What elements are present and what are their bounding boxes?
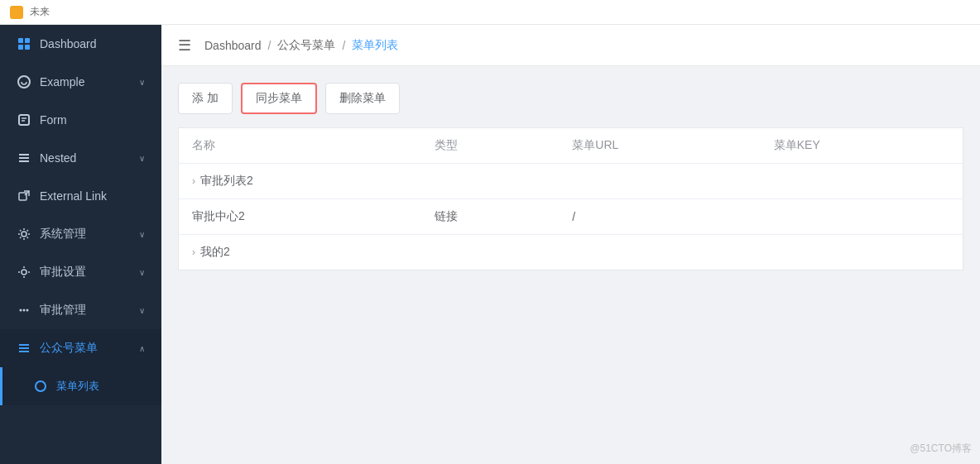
svg-point-15 [20,309,22,312]
sidebar-item-example[interactable]: Example ∨ [0,63,161,101]
svg-rect-3 [25,45,30,50]
wechat-menu-icon [17,341,31,356]
cell-url-1: / [559,199,760,235]
sidebar-item-approval-manage[interactable]: 审批管理 ∨ [0,291,161,329]
breadcrumb-item-dashboard[interactable]: Dashboard [204,39,262,52]
logo-icon [10,6,23,19]
sync-button[interactable]: 同步菜单 [241,83,317,114]
svg-point-16 [23,309,26,312]
expand-icon[interactable]: › [192,175,195,187]
cell-url-0 [559,164,760,199]
chevron-wechat-menu: ∧ [139,344,145,353]
sidebar-label-approval-settings: 审批设置 [40,265,139,280]
content-area: ☰ Dashboard / 公众号菜单 / 菜单列表 添 加 同步菜单 删除菜单 [161,25,980,464]
sidebar-label-dashboard: Dashboard [40,37,145,50]
svg-point-17 [26,309,29,312]
approval-settings-icon [17,265,31,280]
cell-type-0 [421,164,559,199]
nested-icon [17,151,31,165]
cell-name-1: 审批中心2 [179,199,422,235]
chevron-example: ∨ [139,78,145,87]
top-bar-label: 未来 [30,5,50,19]
header-bar: ☰ Dashboard / 公众号菜单 / 菜单列表 [161,25,980,66]
sidebar-label-system: 系统管理 [40,227,139,242]
form-icon [17,112,31,127]
sidebar-item-nested[interactable]: Nested ∨ [0,139,161,177]
sidebar-item-wechat-menu[interactable]: 公众号菜单 ∧ [0,329,161,367]
chevron-approval-manage: ∨ [139,306,145,315]
sidebar-label-example: Example [40,75,139,88]
expand-icon[interactable]: › [192,246,195,258]
table-row: ›审批列表2 [179,164,963,199]
cell-name-text-1: 审批中心2 [192,209,245,222]
cell-type-1: 链接 [421,199,559,235]
sidebar-item-external-link[interactable]: External Link [0,177,161,215]
svg-point-14 [22,270,26,275]
data-table: 名称 类型 菜单URL 菜单KEY ›审批列表2审批中心2链接/›我的2 [178,127,963,270]
sidebar-item-dashboard[interactable]: Dashboard [0,25,161,63]
chevron-nested: ∨ [139,154,145,163]
cell-name-0: ›审批列表2 [179,164,422,199]
sidebar-label-wechat-menu: 公众号菜单 [40,341,139,356]
breadcrumb-item-wechat-menu[interactable]: 公众号菜单 [277,38,335,53]
sidebar-item-system[interactable]: 系统管理 ∨ [0,215,161,253]
breadcrumb-separator-2: / [342,39,345,52]
col-header-url: 菜单URL [559,128,760,164]
sidebar-submenu-item-menu-list[interactable]: 菜单列表 [0,367,161,405]
sidebar-label-external-link: External Link [40,189,145,203]
dashboard-icon [17,36,31,51]
table-row: ›我的2 [179,235,963,270]
cell-type-2 [421,235,559,270]
chevron-approval-settings: ∨ [139,268,145,277]
sidebar-item-approval-settings[interactable]: 审批设置 ∨ [0,253,161,291]
breadcrumb-separator-1: / [268,39,271,52]
svg-point-4 [18,76,30,88]
delete-button[interactable]: 删除菜单 [325,83,400,114]
svg-point-21 [36,381,46,391]
sidebar-submenu-wechat-menu: 菜单列表 [0,367,161,405]
col-header-name: 名称 [179,128,422,164]
page-content: 添 加 同步菜单 删除菜单 名称 类型 菜单URL 菜单KEY ›审批列表2审批… [161,66,980,464]
table-row: 审批中心2链接/ [179,199,963,235]
cell-key-0 [761,164,963,199]
svg-point-13 [22,232,26,237]
cell-name-text-2: 我的2 [200,245,230,258]
menu-list-icon [33,379,48,394]
hamburger-icon[interactable]: ☰ [178,36,191,55]
cell-name-text-0: 审批列表2 [200,174,253,187]
top-bar: 未来 [0,0,980,25]
approval-manage-icon [17,303,31,318]
sidebar-label-menu-list: 菜单列表 [56,379,145,394]
footer-watermark: @51CTO搏客 [910,442,972,456]
action-bar: 添 加 同步菜单 删除菜单 [178,83,963,114]
sidebar-label-form: Form [40,113,145,127]
sidebar-label-approval-manage: 审批管理 [40,303,139,318]
system-icon [17,227,31,242]
cell-url-2 [559,235,760,270]
breadcrumb-item-current: 菜单列表 [352,38,398,53]
cell-name-2: ›我的2 [179,235,422,270]
external-link-icon [17,189,31,203]
main-layout: Dashboard Example ∨ Form Nested ∨ [0,25,980,464]
svg-rect-5 [19,115,29,125]
svg-rect-1 [25,38,30,43]
add-button[interactable]: 添 加 [178,83,233,114]
example-icon [17,74,31,89]
sidebar: Dashboard Example ∨ Form Nested ∨ [0,25,161,464]
svg-rect-0 [18,38,23,43]
cell-key-1 [761,199,963,235]
sidebar-label-nested: Nested [40,151,139,165]
col-header-key: 菜单KEY [761,128,963,164]
svg-rect-2 [18,45,23,50]
sidebar-item-form[interactable]: Form [0,101,161,139]
chevron-system: ∨ [139,230,145,239]
breadcrumb: Dashboard / 公众号菜单 / 菜单列表 [204,38,398,53]
cell-key-2 [761,235,963,270]
col-header-type: 类型 [421,128,559,164]
